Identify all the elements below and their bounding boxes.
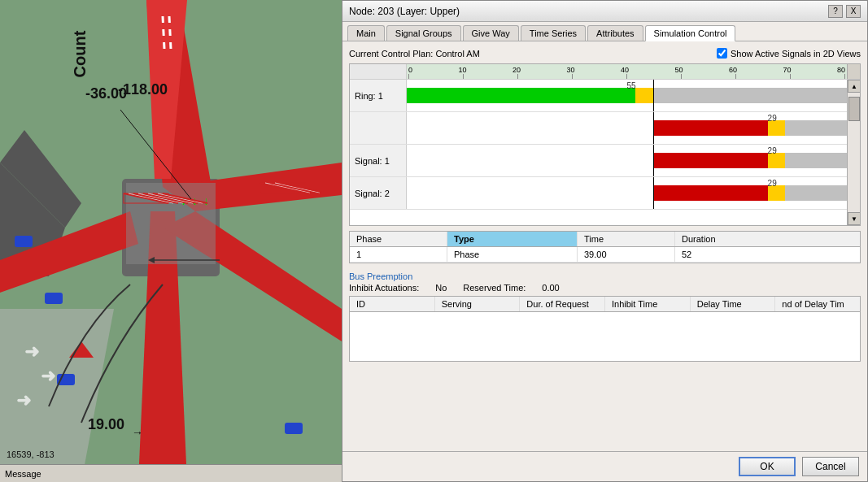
- phase-table: Phase Type Time Duration 1 Phase 39.00 5…: [349, 231, 861, 263]
- scroll-down-btn[interactable]: ▼: [848, 212, 861, 225]
- timeline-row-signal2: Signal: 2 29: [350, 177, 847, 210]
- ok-button[interactable]: OK: [739, 457, 796, 476]
- scrollbar-top: [847, 64, 860, 79]
- bar-empty-gray: [785, 120, 847, 137]
- row-label-signal1: Signal: 1: [350, 145, 407, 176]
- bus-col-dur: Dur. of Request: [520, 297, 605, 311]
- row-chart-signal2: 29: [407, 177, 847, 209]
- row-label-ring1: Ring: 1: [350, 80, 407, 111]
- tab-signal-groups[interactable]: Signal Groups: [386, 25, 461, 41]
- row-label-empty: [350, 112, 407, 144]
- svg-line-11: [163, 16, 164, 49]
- svg-text:↓: ↓: [203, 194, 209, 207]
- label-empty-29: 29: [768, 114, 777, 123]
- message-bar: Message: [0, 464, 342, 482]
- cancel-button[interactable]: Cancel: [802, 457, 859, 476]
- phase-cell-duration: 52: [675, 247, 860, 262]
- tab-main[interactable]: Main: [347, 25, 385, 41]
- scroll-up-btn[interactable]: ▲: [848, 80, 861, 93]
- bus-table-header: ID Serving Dur. of Request Inhibit Time …: [350, 297, 860, 312]
- dialog-title: Node: 203 (Layer: Upper): [349, 6, 460, 17]
- phase-cell-time: 39.00: [578, 247, 675, 262]
- tab-time-series[interactable]: Time Series: [521, 25, 586, 41]
- row-chart-signal1: 29: [407, 145, 847, 176]
- scroll-track: [848, 93, 860, 212]
- tab-give-way[interactable]: Give Way: [463, 25, 519, 41]
- dialog-content: Current Control Plan: Control AM Show Ac…: [342, 41, 867, 451]
- bar-signal1-gray: [785, 153, 847, 169]
- help-button[interactable]: ?: [828, 5, 843, 18]
- dialog-footer: OK Cancel: [342, 451, 867, 481]
- label-signal2-29: 29: [768, 179, 777, 188]
- bus-col-id: ID: [350, 297, 435, 311]
- count-label: Count: [71, 31, 89, 78]
- bar-ring1-yellow: [635, 88, 653, 104]
- bar-ring1-green: [407, 88, 635, 104]
- scale-ticks: [407, 74, 847, 79]
- scroll-thumb[interactable]: [848, 97, 860, 121]
- svg-text:➜: ➜: [16, 390, 31, 410]
- dialog: Node: 203 (Layer: Upper) ? X Main Signal…: [342, 0, 868, 482]
- svg-rect-36: [15, 236, 33, 247]
- svg-rect-37: [45, 293, 63, 304]
- count-value2: -118.00: [118, 81, 168, 98]
- control-plan-row: Current Control Plan: Control AM Show Ac…: [349, 48, 861, 59]
- bus-col-inhibit: Inhibit Time: [605, 297, 691, 311]
- bus-preemption-title: Bus Preemption: [349, 268, 861, 283]
- coord-label: 16539, -813: [7, 449, 55, 459]
- message-label: Message: [5, 469, 41, 479]
- tab-bar: Main Signal Groups Give Way Time Series …: [342, 22, 867, 41]
- timeline-scrollbar: ▲ ▼: [847, 80, 860, 225]
- chart-rows: Ring: 1 55: [350, 80, 847, 225]
- vert-line-empty: [653, 112, 654, 144]
- phase-cell-type: Phase: [447, 247, 578, 262]
- col-header-phase: Phase: [350, 232, 447, 246]
- phase-table-header: Phase Type Time Duration: [350, 232, 860, 247]
- tab-attributes[interactable]: Attributes: [587, 25, 643, 41]
- row-chart-empty: 29: [407, 112, 847, 144]
- timeline-header: 01020304050607080: [350, 64, 860, 80]
- timeline-row-ring1: Ring: 1 55: [350, 80, 847, 112]
- svg-rect-39: [285, 423, 303, 434]
- control-plan-label: Current Control Plan: Control AM: [349, 49, 480, 59]
- show-signals-label: Show Active Signals in 2D Views: [731, 49, 861, 59]
- row-label-signal2: Signal: 2: [350, 177, 407, 209]
- inhibit-row: Inhibit Actuations: No Reserved Time: 0.…: [349, 283, 861, 293]
- inhibit-label: Inhibit Actuations:: [349, 283, 419, 293]
- svg-text:➜: ➜: [41, 366, 55, 386]
- close-button[interactable]: X: [846, 5, 861, 18]
- bar-empty-red: [653, 120, 768, 137]
- timeline-row-empty: 29: [350, 112, 847, 145]
- title-buttons: ? X: [828, 5, 861, 18]
- scale-marks: 01020304050607080: [407, 66, 847, 74]
- vert-line-ring1: [653, 80, 654, 111]
- bar-ring1-gray: [653, 88, 847, 104]
- label-signal1-29: 29: [768, 146, 777, 155]
- bus-col-delay: Delay Time: [691, 297, 776, 311]
- reserved-time-label: Reserved Time:: [463, 283, 526, 293]
- bus-col-serving: Serving: [435, 297, 521, 311]
- chart-rows-wrapper: Ring: 1 55: [350, 80, 860, 225]
- col-header-time: Time: [578, 232, 675, 246]
- col-header-type[interactable]: Type: [447, 232, 578, 246]
- map-area: ➜ ➜ ➜ ↓ ↓ ↓: [0, 0, 342, 482]
- show-signals-checkbox[interactable]: Show Active Signals in 2D Views: [717, 48, 861, 59]
- timeline-label-col: [350, 64, 407, 79]
- phase-row-1: 1 Phase 39.00 52: [350, 247, 860, 263]
- tab-simulation-control[interactable]: Simulation Control: [645, 25, 736, 41]
- phase-cell-phase: 1: [350, 247, 447, 262]
- svg-text:➜: ➜: [24, 341, 39, 362]
- label-ring1-55: 55: [627, 81, 636, 90]
- row-chart-ring1: 55: [407, 80, 847, 111]
- bar-signal2-gray: [785, 185, 847, 202]
- show-signals-input[interactable]: [717, 48, 727, 59]
- bus-col-end-delay: nd of Delay Tim: [775, 297, 860, 311]
- bus-table-body: [350, 312, 860, 361]
- timeline-area: 01020304050607080: [349, 63, 861, 226]
- vert-line-signal2: [653, 177, 654, 209]
- bar-signal1-red: [653, 153, 768, 169]
- bar-signal2-red: [653, 185, 768, 202]
- inhibit-value: No: [435, 283, 447, 293]
- arrow-indicator: →: [132, 426, 143, 439]
- dialog-titlebar: Node: 203 (Layer: Upper) ? X: [342, 1, 867, 22]
